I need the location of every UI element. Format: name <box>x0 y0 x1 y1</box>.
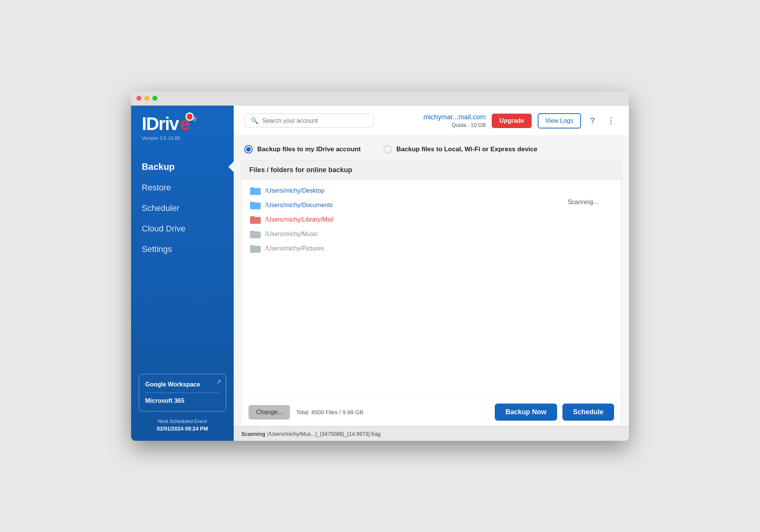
status-bar: Scanning : /Users/michy/Mus...)_(3475088… <box>234 426 629 441</box>
file-path-2: /Users/michy/Library/Mail <box>265 216 334 223</box>
logo-text-id: IDriv <box>142 115 179 133</box>
change-button[interactable]: Change... <box>249 405 290 420</box>
backup-options: Backup files to my IDrive account Backup… <box>234 136 629 160</box>
file-row: /Users/michy/Desktop <box>248 184 615 198</box>
file-list: /Users/michy/Desktop /Users/michy/Docume… <box>242 184 621 256</box>
scheduled-label: Next Scheduled Event <box>139 418 226 424</box>
sidebar-item-backup[interactable]: Backup <box>131 156 234 177</box>
help-button[interactable]: ? <box>587 114 598 127</box>
external-link-icon: ↗ <box>216 378 221 385</box>
radio-inner-selected <box>246 147 251 152</box>
sidebar: IDriv e ® Version 3.5.10.66 Backup Resto… <box>131 106 234 441</box>
scanning-status-text: Scanning... <box>568 199 598 206</box>
logo-e-container: e <box>180 115 190 133</box>
scanning-label: Scanning : <box>241 431 269 437</box>
search-input[interactable] <box>262 117 367 124</box>
title-bar <box>131 91 629 106</box>
nav-menu: Backup Restore Scheduler Cloud Drive Set… <box>131 149 234 366</box>
microsoft-365-link[interactable]: Microsoft 365 <box>145 396 220 406</box>
minimize-button[interactable] <box>144 96 149 101</box>
folder-icon <box>250 201 261 209</box>
svg-rect-5 <box>250 216 255 218</box>
panel-footer: Change... Total: 8500 Files / 9.99 GB Ba… <box>242 398 621 426</box>
header-right: michymar...mail.com Quota : 10 GB Upgrad… <box>423 113 618 128</box>
backup-panel: Files / folders for online backup /Users… <box>241 160 621 426</box>
backup-option-local-label: Backup files to Local, Wi-Fi or Express … <box>396 146 537 153</box>
sidebar-item-scheduler[interactable]: Scheduler <box>131 198 234 218</box>
file-row: /Users/michy/Documents <box>248 198 615 212</box>
schedule-button[interactable]: Schedule <box>562 404 614 421</box>
svg-rect-7 <box>250 231 255 233</box>
file-path-0: /Users/michy/Desktop <box>265 187 325 194</box>
total-info: Total: 8500 Files / 9.99 GB <box>296 409 363 415</box>
view-logs-button[interactable]: View Logs <box>538 113 581 128</box>
panel-content: /Users/michy/Desktop /Users/michy/Docume… <box>242 180 621 398</box>
user-info: michymar...mail.com Quota : 10 GB <box>423 113 486 128</box>
main-window: IDriv e ® Version 3.5.10.66 Backup Resto… <box>131 91 629 441</box>
backup-option-idrive-label: Backup files to my IDrive account <box>257 146 361 153</box>
workspace-divider <box>145 393 220 393</box>
folder-icon <box>250 187 261 195</box>
sidebar-bottom: ↗ Google Workspace Microsoft 365 Next Sc… <box>131 366 234 441</box>
svg-rect-9 <box>250 245 255 247</box>
logo-version: Version 3.5.10.66 <box>142 135 223 141</box>
close-button[interactable] <box>136 96 141 101</box>
header: 🔍 michymar...mail.com Quota : 10 GB Upgr… <box>234 106 629 136</box>
user-quota: Quota : 10 GB <box>423 122 486 128</box>
scheduled-info: Next Scheduled Event 02/01/2024 09:24 PM <box>139 418 226 432</box>
footer-buttons: Backup Now Schedule <box>495 404 614 421</box>
search-box[interactable]: 🔍 <box>244 114 374 128</box>
file-row: /Users/michy/Pictures <box>248 241 615 256</box>
sidebar-item-settings[interactable]: Settings <box>131 239 234 260</box>
panel-header: Files / folders for online backup <box>242 161 621 180</box>
more-options-button[interactable]: ⋮ <box>604 114 618 127</box>
folder-icon-music <box>250 230 261 238</box>
logo-area: IDriv e ® Version 3.5.10.66 <box>131 115 234 149</box>
backup-option-local[interactable]: Backup files to Local, Wi-Fi or Express … <box>383 145 537 154</box>
sidebar-item-cloud-drive[interactable]: Cloud Drive <box>131 218 234 239</box>
file-row: /Users/michy/Music <box>248 227 615 241</box>
google-workspace-link[interactable]: Google Workspace <box>145 380 220 390</box>
maximize-button[interactable] <box>152 96 157 101</box>
file-path-1: /Users/michy/Documents <box>265 202 333 209</box>
file-path-4: /Users/michy/Pictures <box>265 245 324 252</box>
scheduled-date: 02/01/2024 09:24 PM <box>139 426 226 432</box>
file-row: /Users/michy/Library/Mail <box>248 212 615 227</box>
radio-local[interactable] <box>383 145 392 154</box>
upgrade-button[interactable]: Upgrade <box>492 114 532 128</box>
traffic-lights <box>136 96 157 101</box>
backup-option-idrive[interactable]: Backup files to my IDrive account <box>244 145 361 154</box>
scanning-file: /Users/michy/Mus...)_(3475088)_(14.9973)… <box>269 431 381 437</box>
folder-icon-mail <box>250 215 261 224</box>
file-path-3: /Users/michy/Music <box>265 231 318 238</box>
sidebar-item-restore[interactable]: Restore <box>131 177 234 198</box>
radio-idrive[interactable] <box>244 145 253 154</box>
content-area: 🔍 michymar...mail.com Quota : 10 GB Upgr… <box>234 106 629 441</box>
search-icon: 🔍 <box>251 117 258 124</box>
backup-now-button[interactable]: Backup Now <box>495 404 557 421</box>
svg-rect-1 <box>250 187 255 190</box>
svg-rect-3 <box>250 202 255 204</box>
workspace-box: ↗ Google Workspace Microsoft 365 <box>139 374 226 412</box>
user-email: michymar...mail.com <box>423 113 486 121</box>
folder-icon-pictures <box>250 244 261 253</box>
